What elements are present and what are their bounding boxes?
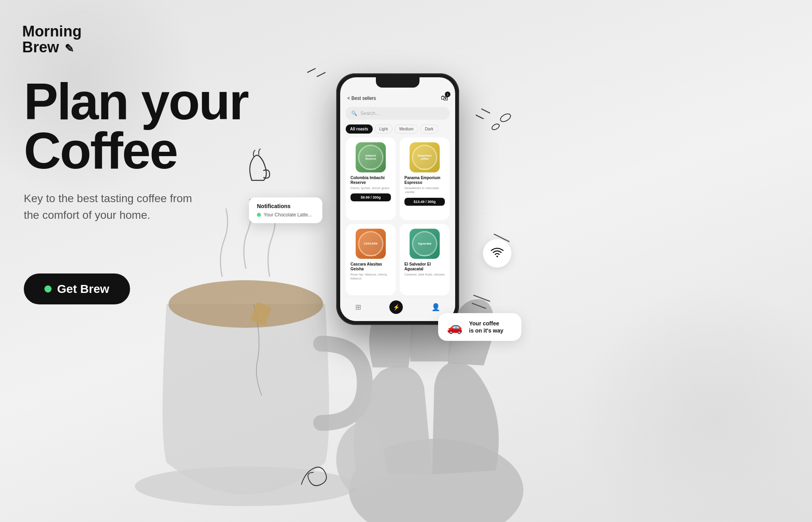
products-grid: ImbachiReserve masterclass Colombia Imba… bbox=[340, 136, 455, 297]
product-card-1[interactable]: ImbachiReserve masterclass Colombia Imba… bbox=[346, 138, 396, 220]
nav-bolt[interactable]: ⚡ bbox=[389, 300, 403, 314]
product-price-1: $9.99 / 300g bbox=[350, 193, 391, 201]
filter-medium[interactable]: Medium bbox=[395, 124, 418, 134]
product-image-2: Emporiumcoffee masterclass bbox=[410, 142, 440, 172]
svg-point-4 bbox=[496, 256, 498, 257]
product-image-3: CASCARA masterclass bbox=[356, 229, 386, 259]
nav-home[interactable]: ⊞ bbox=[354, 301, 363, 313]
product-name-3: Cascara Alasitas Geisha bbox=[350, 262, 391, 272]
delivery-popup: 🚗 Your coffeeis on it's way bbox=[438, 313, 521, 341]
search-bar[interactable]: 🔍 Search... bbox=[346, 107, 450, 120]
product-image-4: Aguacatal masterclass bbox=[410, 229, 440, 259]
product-desc-2: Strawberies in chocolate ,vanilla bbox=[404, 186, 445, 195]
cart-badge: 1 bbox=[445, 92, 450, 97]
bottom-nav: ⊞ ⚡ 👤 bbox=[340, 297, 455, 321]
filter-all-roasts[interactable]: All roasts bbox=[346, 124, 373, 134]
filter-dark[interactable]: Dark bbox=[420, 124, 438, 134]
hero-title-line1: Plan your bbox=[24, 77, 248, 126]
product-card-2[interactable]: Emporiumcoffee masterclass Panama Empori… bbox=[400, 138, 450, 220]
delivery-text: Your coffeeis on it's way bbox=[469, 320, 504, 334]
filter-light[interactable]: Light bbox=[375, 124, 393, 134]
product-name-4: El Salvador El Aguacatal bbox=[404, 262, 445, 272]
phone-mockup: < Best sellers 🛍 1 🔍 Search... All roast… bbox=[336, 73, 459, 325]
product-desc-4: Caramel, dark fruits, citruses bbox=[404, 273, 445, 277]
notification-dot bbox=[257, 213, 261, 217]
logo: Morning Brew ✎ bbox=[22, 24, 82, 55]
product-card-4[interactable]: Aguacatal masterclass El Salvador El Agu… bbox=[400, 224, 450, 295]
hero-subtitle: Key to the best tasting coffee fromthe c… bbox=[24, 190, 238, 224]
wifi-badge bbox=[483, 239, 511, 268]
product-price-2: $13.49 / 300g bbox=[404, 198, 445, 206]
delivery-icon: 🚗 bbox=[447, 319, 463, 335]
notification-title: Notifications bbox=[257, 203, 314, 209]
phone-notch bbox=[376, 77, 419, 88]
product-name-1: Colombia Imbachi Reserve bbox=[350, 176, 391, 185]
logo-icon: ✎ bbox=[65, 42, 74, 55]
product-desc-1: Plums, lychee, lemon grass bbox=[350, 186, 391, 190]
search-icon: 🔍 bbox=[351, 111, 357, 116]
back-button[interactable]: < Best sellers bbox=[347, 96, 376, 101]
search-placeholder: Search... bbox=[360, 111, 379, 116]
product-card-3[interactable]: CASCARA masterclass Cascara Alasitas Gei… bbox=[346, 224, 396, 295]
notification-popup: Notifications Your Chocolate Latte... bbox=[249, 197, 322, 223]
cta-dot bbox=[44, 285, 52, 293]
hero-title-line2: Coffee bbox=[24, 126, 248, 176]
phone-screen: < Best sellers 🛍 1 🔍 Search... All roast… bbox=[340, 77, 455, 321]
notification-body: Your Chocolate Latte... bbox=[257, 212, 314, 218]
hero-section: Plan your Coffee Key to the best tasting… bbox=[24, 77, 248, 224]
product-desc-3: Rose hip, hibiscus, cherry, tobacco bbox=[350, 273, 391, 281]
product-name-2: Panama Emporium Espresso bbox=[404, 176, 445, 185]
filter-tabs: All roasts Light Medium Dark bbox=[340, 122, 455, 136]
get-brew-button[interactable]: Get Brew bbox=[24, 273, 130, 304]
logo-text: Morning Brew ✎ bbox=[22, 24, 82, 55]
wifi-icon bbox=[491, 248, 504, 259]
product-image-1: ImbachiReserve masterclass bbox=[356, 142, 386, 172]
nav-profile[interactable]: 👤 bbox=[430, 301, 442, 313]
cart-button[interactable]: 🛍 1 bbox=[441, 94, 448, 102]
